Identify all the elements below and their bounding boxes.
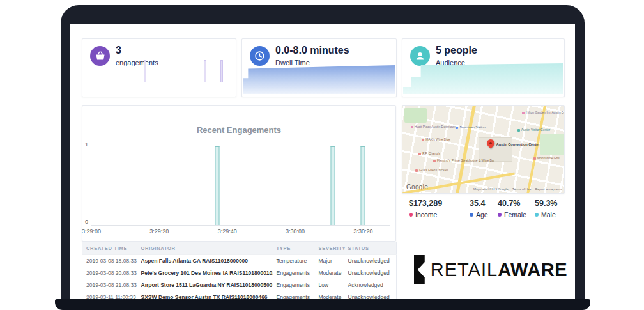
dwell-time-area-chart <box>243 65 395 94</box>
table-cell: Engagements <box>273 291 315 300</box>
table-cell: 2019-03-08 21:08:33 <box>82 279 137 291</box>
table-cell: Aspen Falls Atlanta GA RAIS11018000000 <box>137 255 273 267</box>
sparkline-bar <box>144 60 146 82</box>
table-cell: Engagements <box>273 267 315 279</box>
dwell-time-card: 0.0-8.0 minutes Dwell Time <box>241 38 397 97</box>
logo-text-retail: RETAIL <box>431 260 498 280</box>
audience-stats-row: $173,289Income35.4Age40.7%Female59.3%Mal… <box>409 196 567 225</box>
table-row[interactable]: 2019-03-11 11:00:33SXSW Demo Sensor Aust… <box>82 291 397 300</box>
stat-label-text: Age <box>476 211 488 219</box>
table-cell: 2019-03-08 20:08:33 <box>82 267 137 279</box>
map-poi-label: Hilton Garden Inn Austin Downtown <box>522 111 565 115</box>
report-map-error-link[interactable]: Report a map error <box>535 187 562 191</box>
engagements-value: 3 <box>116 45 121 56</box>
table-cell: Temperature <box>273 255 315 267</box>
sparkline-bar <box>220 60 223 82</box>
map-attribution-text: Map data ©2019 Google <box>473 187 509 191</box>
stat-label: Female <box>498 211 528 219</box>
dashboard-screen: 3 engagements 0.0-8.0 minutes Dwell Time <box>70 24 575 299</box>
engagement-bar <box>361 146 365 225</box>
map-poi-label: Moonshine Grill <box>533 157 560 160</box>
engagements-sparkline <box>82 60 236 82</box>
audience-card: 5 people Audience <box>402 38 565 97</box>
map-poi-label: Hyatt Place Austin Downtown <box>411 125 456 129</box>
column-header: CREATED TIME <box>82 242 137 255</box>
dwell-time-value: 0.0-8.0 minutes <box>275 45 349 56</box>
page-background: 3 engagements 0.0-8.0 minutes Dwell Time <box>0 0 644 310</box>
stat-value: 59.3% <box>535 199 567 208</box>
dwell-time-label: Dwell Time <box>275 59 310 66</box>
map-poi-label: Gus's Fried Chicken <box>415 169 448 173</box>
retailaware-logo-mark-icon <box>414 255 425 284</box>
table-cell: Pete's Grocery 101 Des Moines IA RAIS110… <box>137 267 273 279</box>
map-poi-label: Austin Visitor Center <box>518 128 550 132</box>
stat-label: Income <box>409 211 463 219</box>
stat-dot-icon <box>409 213 413 217</box>
stat-male: 59.3%Male <box>528 196 567 225</box>
map-pin-label: Austin Convention Center <box>496 143 540 146</box>
table-cell: 2019-03-08 18:08:33 <box>82 255 137 267</box>
table-cell: Moderate <box>315 291 344 300</box>
stat-value: $173,289 <box>409 199 463 208</box>
chart-plot-area <box>91 146 390 226</box>
y-axis-label-min: 0 <box>85 219 88 225</box>
audience-area-chart <box>403 62 564 94</box>
x-axis-tick-label: 3:29:20 <box>150 228 169 235</box>
stat-value: 35.4 <box>470 199 491 208</box>
table-cell: Airport Store 1511 LaGuardia NY RAIS1101… <box>137 279 273 291</box>
logo-text-aware: AWARE <box>498 260 567 280</box>
table-cell: Engagements <box>273 279 315 291</box>
sparkline-bar <box>204 60 206 82</box>
retailaware-wordmark: RETAILAWARE <box>431 260 567 281</box>
y-axis-label-max: 1 <box>85 141 88 148</box>
person-icon <box>410 46 430 66</box>
table-cell: Major <box>315 255 344 267</box>
x-axis-tick-label: 3:29:00 <box>82 228 101 235</box>
audience-value: 5 people <box>436 45 477 56</box>
table-cell: Unacknowledged <box>344 291 397 300</box>
device-base <box>55 299 590 310</box>
stat-dot-icon <box>535 213 539 217</box>
table-header-row: CREATED TIMEORIGINATORTYPESEVERITYSTATUS <box>82 242 397 255</box>
map-poi-labels: Hilton Garden Inn Austin DowntownHyatt P… <box>402 106 564 193</box>
alerts-table: CREATED TIMEORIGINATORTYPESEVERITYSTATUS… <box>82 242 397 299</box>
engagements-card: 3 engagements <box>82 38 236 97</box>
stat-dot-icon <box>498 213 502 217</box>
table-cell: Acknowledged <box>344 279 397 291</box>
map-poi-label: P.F. Chang's <box>418 152 440 156</box>
chart-x-axis: 3:29:003:29:203:29:403:30:003:30:20 <box>91 228 390 237</box>
stat-label: Age <box>470 211 491 219</box>
stat-label: Male <box>535 211 567 219</box>
stat-female: 40.7%Female <box>491 196 528 225</box>
column-header: ORIGINATOR <box>137 242 273 255</box>
engagement-bar <box>215 146 219 225</box>
recent-engagements-chart-card: Recent Engagements 1 0 3:29:003:29:203:2… <box>82 105 396 242</box>
stat-income: $173,289Income <box>409 196 463 225</box>
stat-value: 40.7% <box>498 199 528 208</box>
table-cell: 2019-03-11 11:00:33 <box>82 291 137 300</box>
map-poi-label: Downtown Station <box>456 126 485 130</box>
stat-age: 35.4Age <box>463 196 491 225</box>
map-poi-label: MAX's Wine Dive <box>422 138 450 142</box>
table-cell: Unacknowledged <box>344 267 397 279</box>
table-row[interactable]: 2019-03-08 18:08:33Aspen Falls Atlanta G… <box>82 255 397 267</box>
location-map[interactable]: Hilton Garden Inn Austin DowntownHyatt P… <box>402 105 565 194</box>
x-axis-tick-label: 3:29:40 <box>218 228 237 235</box>
stat-label-text: Income <box>415 211 437 219</box>
engagement-bar <box>330 146 335 225</box>
google-logo[interactable]: Google <box>406 183 428 190</box>
table-row[interactable]: 2019-03-08 21:08:33Airport Store 1511 La… <box>82 279 397 291</box>
map-poi-label: Fleming's Prime Steakhouse & Wine Bar <box>433 159 494 163</box>
table-cell: Unacknowledged <box>344 255 397 267</box>
column-header: STATUS <box>344 242 397 255</box>
stat-dot-icon <box>470 213 473 217</box>
column-header: SEVERITY <box>315 242 344 255</box>
map-attribution: Map data ©2019 Google Terms of Use Repor… <box>473 187 562 191</box>
retailaware-logo: RETAILAWARE <box>414 247 567 293</box>
clock-icon <box>250 46 270 66</box>
stat-label-text: Female <box>504 211 526 219</box>
x-axis-tick-label: 3:30:00 <box>286 228 305 235</box>
table-row[interactable]: 2019-03-08 20:08:33Pete's Grocery 101 De… <box>82 267 397 279</box>
x-axis-tick-label: 3:30:20 <box>353 228 372 235</box>
terms-of-use-link[interactable]: Terms of Use <box>512 187 531 191</box>
